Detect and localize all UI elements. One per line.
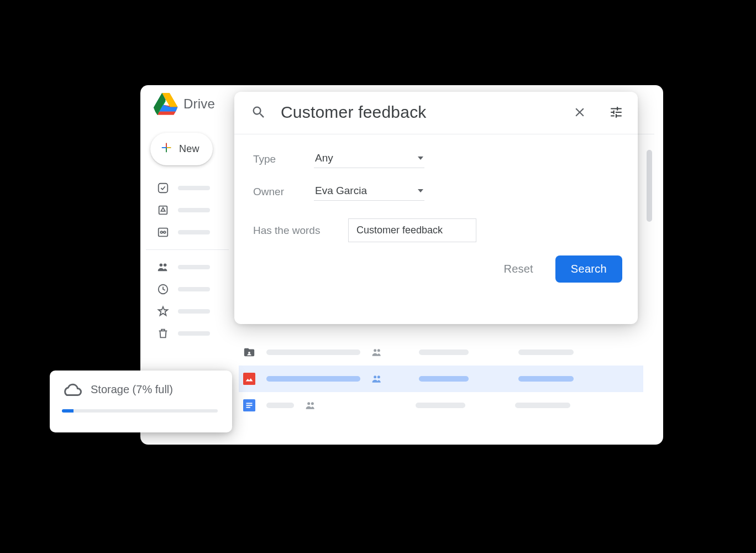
app-title: Drive [183,96,215,112]
image-file-icon [243,373,255,385]
new-button[interactable]: New [150,133,213,165]
search-input[interactable] [281,103,558,122]
storage-progress-bar [62,409,218,413]
svg-point-28 [311,402,314,405]
file-owner-placeholder [419,376,469,382]
file-row[interactable] [239,339,643,366]
search-button[interactable]: Search [555,255,622,283]
reset-button[interactable]: Reset [504,263,533,275]
storage-label: Storage (7% full) [91,383,173,396]
nav-label-placeholder [178,309,210,314]
filter-label-words: Has the words [253,225,348,237]
docs-file-icon [243,399,255,411]
svg-point-12 [160,231,162,233]
plus-icon [160,142,172,156]
file-name-placeholder [266,376,360,382]
storage-progress-fill [62,409,74,413]
sidebar-item-priority[interactable] [157,182,233,194]
clock-icon [157,283,169,295]
svg-rect-26 [246,407,250,408]
file-list [239,339,643,419]
scrollbar[interactable] [647,150,652,222]
search-bar [234,92,638,134]
type-dropdown-value: Any [315,152,333,164]
people-icon [371,347,382,358]
check-square-icon [157,182,169,194]
svg-rect-25 [246,405,253,406]
filter-row-type: Type Any [253,150,619,168]
filter-label-owner: Owner [253,186,314,198]
close-icon[interactable] [573,105,587,119]
sidebar-item-starred[interactable] [157,305,233,317]
owner-dropdown-value: Eva Garcia [315,185,367,197]
owner-dropdown[interactable]: Eva Garcia [314,182,424,201]
svg-point-18 [374,349,376,352]
file-row-selected[interactable] [239,366,643,392]
nav-label-placeholder [178,186,210,190]
shared-folder-icon [243,346,255,358]
trash-icon [157,327,169,340]
sidebar-item-shareddrives[interactable] [157,226,233,238]
shared-drives-icon [157,226,169,238]
storage-card[interactable]: Storage (7% full) [50,371,232,432]
nav-label-placeholder [178,287,210,291]
storage-header: Storage (7% full) [62,382,218,397]
search-panel-actions: Reset Search [234,242,638,283]
new-button-label: New [179,143,200,155]
chevron-down-icon [418,189,423,192]
star-icon [157,305,169,317]
has-words-input[interactable] [348,218,476,242]
svg-point-14 [160,264,163,267]
file-owner-placeholder [419,349,469,355]
svg-point-13 [164,231,166,233]
cloud-icon [62,382,82,397]
sidebar: New [146,133,233,340]
drive-logo-icon [154,93,178,115]
filter-row-owner: Owner Eva Garcia [253,182,619,201]
people-icon [371,373,382,384]
nav-label-placeholder [178,230,210,234]
sidebar-item-recent[interactable] [157,283,233,295]
svg-point-19 [377,349,380,352]
search-icon[interactable] [251,105,266,120]
nav-label-placeholder [178,208,210,212]
file-row[interactable] [239,392,643,419]
svg-rect-7 [166,143,167,147]
file-modified-placeholder [518,349,574,355]
file-owner-placeholder [416,403,465,408]
tune-icon[interactable] [609,105,623,119]
people-icon [157,261,169,273]
file-name-placeholder [266,349,360,355]
sidebar-item-mydrive[interactable] [157,204,233,216]
file-modified-placeholder [515,403,570,408]
svg-point-22 [377,375,380,378]
svg-rect-8 [167,147,171,148]
nav-label-placeholder [178,265,210,269]
file-name-placeholder [266,403,294,408]
search-filters: Type Any Owner Eva Garcia Has the words [234,134,638,242]
filter-label-type: Type [253,153,314,165]
svg-rect-9 [159,184,168,193]
sidebar-divider [146,249,229,250]
type-dropdown[interactable]: Any [314,150,424,168]
svg-marker-3 [158,112,176,115]
search-panel: Type Any Owner Eva Garcia Has the words … [234,92,638,324]
nav-group-1 [146,182,233,238]
nav-group-2 [146,261,233,340]
svg-point-17 [248,352,250,354]
chevron-down-icon [418,156,423,160]
svg-point-27 [307,402,310,405]
svg-rect-20 [243,373,255,385]
sidebar-item-trash[interactable] [157,327,233,340]
people-icon [305,400,316,411]
svg-rect-24 [246,403,253,404]
file-modified-placeholder [518,376,574,382]
sidebar-item-shared[interactable] [157,261,233,273]
nav-label-placeholder [178,331,210,336]
filter-row-words: Has the words [253,218,619,242]
svg-point-15 [164,264,167,267]
svg-point-21 [374,375,376,378]
drive-outline-icon [157,204,169,216]
